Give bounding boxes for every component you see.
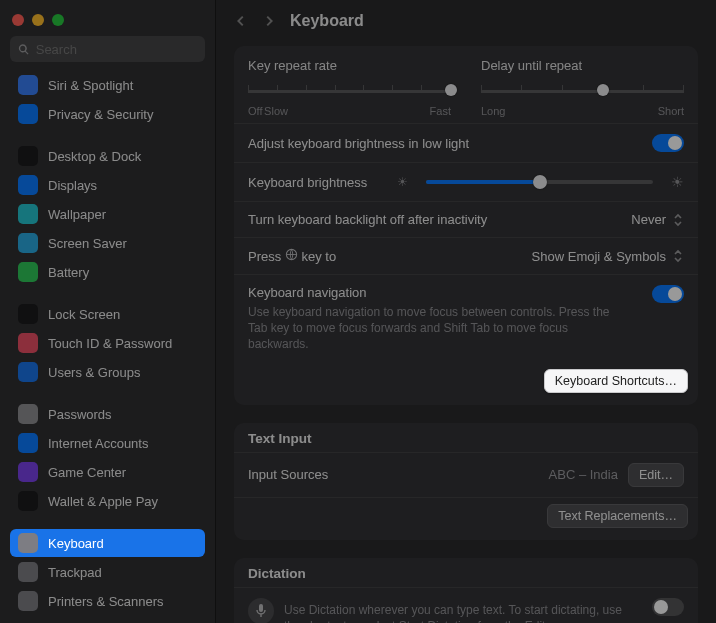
sidebar-item-siri-spotlight[interactable]: Siri & Spotlight [10, 71, 205, 99]
sidebar-item-wallet-apple-pay[interactable]: Wallet & Apple Pay [10, 487, 205, 515]
dictation-heading: Dictation [234, 558, 698, 587]
kbnav-toggle[interactable] [652, 285, 684, 303]
sidebar-item-label: Internet Accounts [48, 436, 148, 451]
brightness-high-icon: ☀︎ [671, 174, 684, 190]
sidebar-icon [18, 404, 38, 424]
sidebar-icon [18, 333, 38, 353]
sidebar-item-users-groups[interactable]: Users & Groups [10, 358, 205, 386]
input-sources-label: Input Sources [248, 467, 328, 482]
search-input[interactable] [36, 42, 197, 57]
dictation-desc: Use Dictation wherever you can type text… [284, 602, 624, 623]
input-sources-value: ABC – India [549, 467, 618, 482]
auto-brightness-label: Adjust keyboard brightness in low light [248, 136, 469, 151]
auto-brightness-toggle[interactable] [652, 134, 684, 152]
delay-label: Delay until repeat [481, 58, 684, 73]
text-input-heading: Text Input [234, 423, 698, 452]
svg-rect-1 [259, 604, 263, 612]
sidebar-item-game-center[interactable]: Game Center [10, 458, 205, 486]
sidebar-icon [18, 233, 38, 253]
sidebar-icon [18, 262, 38, 282]
sidebar-icon [18, 104, 38, 124]
key-repeat-slider[interactable] [248, 81, 451, 101]
sidebar-item-label: Game Center [48, 465, 126, 480]
sidebar-item-label: Wallpaper [48, 207, 106, 222]
sidebar-item-label: Touch ID & Password [48, 336, 172, 351]
search-icon [18, 43, 30, 56]
keyboard-settings-card: Key repeat rate Off Slow Fast [234, 46, 698, 405]
sidebar-item-label: Privacy & Security [48, 107, 153, 122]
dictation-card: Dictation Use Dictation wherever you can… [234, 558, 698, 623]
sidebar-item-label: Trackpad [48, 565, 102, 580]
back-button[interactable] [234, 14, 248, 28]
sidebar-item-trackpad[interactable]: Trackpad [10, 558, 205, 586]
page-title: Keyboard [290, 12, 364, 30]
kbnav-label: Keyboard navigation [248, 285, 628, 300]
fullscreen-button[interactable] [52, 14, 64, 26]
sidebar-item-label: Desktop & Dock [48, 149, 141, 164]
key-repeat-label: Key repeat rate [248, 58, 451, 73]
sidebar-item-label: Printers & Scanners [48, 594, 164, 609]
sidebar-item-lock-screen[interactable]: Lock Screen [10, 300, 205, 328]
brightness-label: Keyboard brightness [248, 175, 367, 190]
dictation-toggle[interactable] [652, 598, 684, 616]
microphone-icon [248, 598, 274, 623]
backlight-off-label: Turn keyboard backlight off after inacti… [248, 212, 487, 227]
forward-button[interactable] [262, 14, 276, 28]
sidebar-icon [18, 462, 38, 482]
sidebar-icon [18, 491, 38, 511]
close-button[interactable] [12, 14, 24, 26]
sidebar-icon [18, 304, 38, 324]
sidebar-item-wallpaper[interactable]: Wallpaper [10, 200, 205, 228]
sidebar-item-label: Screen Saver [48, 236, 127, 251]
sidebar-icon [18, 204, 38, 224]
sidebar-icon [18, 175, 38, 195]
text-input-card: Text Input Input Sources ABC – India Edi… [234, 423, 698, 540]
sidebar-item-label: Displays [48, 178, 97, 193]
sidebar-item-internet-accounts[interactable]: Internet Accounts [10, 429, 205, 457]
sidebar-item-label: Siri & Spotlight [48, 78, 133, 93]
sidebar-item-label: Battery [48, 265, 89, 280]
backlight-off-select[interactable]: Never [631, 212, 684, 227]
sidebar-item-printers-scanners[interactable]: Printers & Scanners [10, 587, 205, 615]
main-pane: Keyboard Key repeat rate [216, 0, 716, 623]
sidebar-item-label: Keyboard [48, 536, 104, 551]
press-key-select[interactable]: Show Emoji & Symbols [532, 249, 684, 264]
sidebar-item-keyboard[interactable]: Keyboard [10, 529, 205, 557]
text-replacements-button[interactable]: Text Replacements… [547, 504, 688, 528]
sidebar-item-battery[interactable]: Battery [10, 258, 205, 286]
keyboard-shortcuts-button[interactable]: Keyboard Shortcuts… [544, 369, 688, 393]
sidebar-item-screen-saver[interactable]: Screen Saver [10, 229, 205, 257]
sidebar-item-label: Wallet & Apple Pay [48, 494, 158, 509]
sidebar-icon [18, 533, 38, 553]
sidebar-icon [18, 433, 38, 453]
sidebar-icon [18, 591, 38, 611]
titlebar: Keyboard [216, 0, 716, 40]
sidebar-icon [18, 362, 38, 382]
brightness-low-icon: ☀︎ [397, 175, 408, 189]
sidebar-item-label: Passwords [48, 407, 112, 422]
press-key-label: Press key to [248, 248, 336, 264]
sidebar: Siri & SpotlightPrivacy & SecurityDeskto… [0, 0, 216, 623]
input-sources-edit-button[interactable]: Edit… [628, 463, 684, 487]
sidebar-item-desktop-dock[interactable]: Desktop & Dock [10, 142, 205, 170]
globe-icon [285, 248, 298, 261]
brightness-slider[interactable] [426, 173, 653, 191]
sidebar-icon [18, 562, 38, 582]
sidebar-item-touch-id-password[interactable]: Touch ID & Password [10, 329, 205, 357]
window-controls [0, 6, 215, 32]
delay-slider[interactable] [481, 81, 684, 101]
sidebar-item-privacy-security[interactable]: Privacy & Security [10, 100, 205, 128]
sidebar-item-displays[interactable]: Displays [10, 171, 205, 199]
sidebar-icon [18, 75, 38, 95]
sidebar-icon [18, 146, 38, 166]
sidebar-item-label: Lock Screen [48, 307, 120, 322]
sidebar-item-label: Users & Groups [48, 365, 140, 380]
kbnav-desc: Use keyboard navigation to move focus be… [248, 304, 628, 353]
sidebar-item-passwords[interactable]: Passwords [10, 400, 205, 428]
minimize-button[interactable] [32, 14, 44, 26]
search-field[interactable] [10, 36, 205, 62]
